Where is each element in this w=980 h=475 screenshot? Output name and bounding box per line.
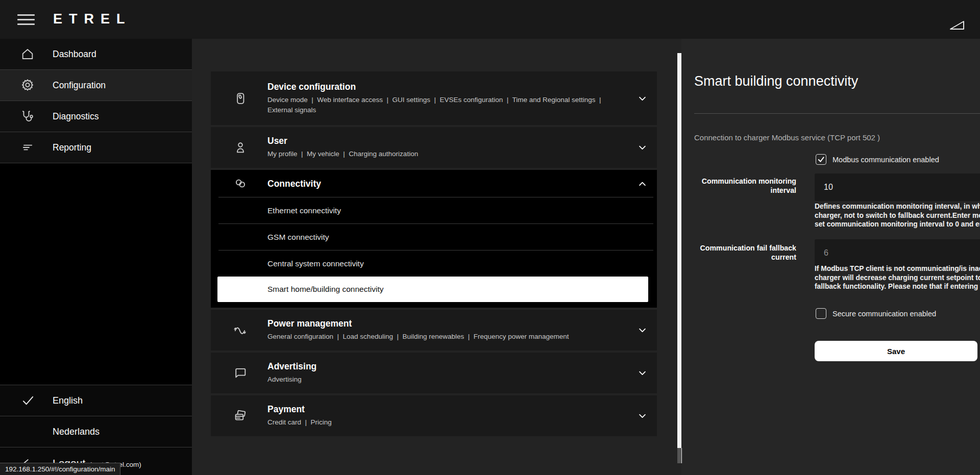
chevron-down-icon[interactable] — [638, 412, 647, 420]
secure-communication-checkbox[interactable]: Secure communication enabled — [816, 308, 936, 319]
language-label: Nederlands — [53, 427, 100, 437]
chevron-up-icon[interactable] — [638, 180, 647, 188]
accordion-section-advertising[interactable]: Advertising Advertising — [211, 353, 657, 393]
user-icon — [233, 140, 248, 155]
accordion-section-device-configuration[interactable]: Device configuration Device mode | Web i… — [211, 71, 657, 125]
signal-triangle-icon[interactable] — [948, 19, 966, 31]
configuration-accordion: Device configuration Device mode | Web i… — [211, 71, 657, 438]
section-title: Device configuration — [267, 82, 626, 92]
language-switcher: English Nederlands Logout (root@etrel.co… — [0, 385, 192, 475]
section-title: Connectivity — [267, 179, 626, 189]
device-icon — [233, 91, 248, 106]
chevron-down-icon[interactable] — [638, 369, 647, 377]
status-url: 192.168.1.250/#!/configuration/main — [5, 465, 115, 473]
connectivity-header[interactable]: Connectivity — [211, 170, 657, 197]
power-wave-icon — [233, 323, 248, 337]
section-title: Power management — [267, 318, 626, 329]
field-label-fallback-current: Communication fail fallback current — [694, 243, 796, 262]
section-subitems: Device mode | Web interface access | GUI… — [267, 95, 625, 115]
field-description: Defines communication monitoring interva… — [815, 202, 980, 229]
section-subitems: My profile | My vehicle | Charging autho… — [267, 149, 625, 159]
accordion-section-user[interactable]: User My profile | My vehicle | Charging … — [211, 127, 657, 168]
accordion-section-connectivity: Connectivity Ethernet connectivity GSM c… — [211, 170, 657, 308]
section-title: Payment — [267, 404, 626, 414]
app-screen: ETREL Dashboard Configuration — [0, 0, 980, 475]
report-lines-icon — [20, 140, 35, 155]
checkbox-label: Secure communication enabled — [832, 310, 936, 318]
field-description: If Modbus TCP client is not communicatin… — [815, 264, 980, 291]
sidebar-item-label: Diagnostics — [53, 111, 99, 122]
connectivity-item-central-system[interactable]: Central system connectivity — [211, 251, 657, 277]
field-label-monitoring-interval: Communication monitoring interval — [694, 177, 796, 195]
sidebar-item-label: Configuration — [53, 80, 106, 91]
chevron-down-icon[interactable] — [638, 326, 647, 334]
chevron-down-icon[interactable] — [638, 143, 647, 152]
language-item-english[interactable]: English — [0, 385, 192, 416]
panel-title: Smart building connectivity — [694, 73, 858, 89]
sidebar-item-diagnostics[interactable]: Diagnostics — [0, 101, 192, 132]
home-icon — [20, 47, 35, 61]
credit-card-icon — [233, 409, 248, 423]
details-panel: Smart building connectivity Connection t… — [681, 39, 980, 475]
accordion-section-power-management[interactable]: Power management General configuration |… — [211, 310, 657, 351]
divider — [694, 113, 980, 114]
accordion-section-payment[interactable]: Payment Credit card | Pricing — [211, 395, 657, 436]
sidebar-item-dashboard[interactable]: Dashboard — [0, 39, 192, 70]
save-button[interactable]: Save — [815, 341, 977, 361]
checkmark-icon — [21, 394, 35, 407]
main-content: Device configuration Device mode | Web i… — [192, 39, 677, 475]
panel-subtitle: Connection to charger Modbus service (TC… — [694, 133, 880, 142]
sidebar-item-configuration[interactable]: Configuration — [0, 70, 192, 101]
chevron-down-icon[interactable] — [638, 94, 647, 103]
stethoscope-icon — [20, 109, 35, 123]
scrollbar-track[interactable] — [677, 448, 682, 463]
checkbox-box[interactable] — [816, 154, 826, 165]
sidebar-item-reporting[interactable]: Reporting — [0, 132, 192, 163]
hamburger-menu-icon[interactable] — [17, 14, 35, 26]
section-title: User — [267, 136, 626, 146]
checkbox-box[interactable] — [816, 308, 826, 319]
connectivity-item-ethernet[interactable]: Ethernet connectivity — [211, 197, 657, 223]
scrollbar-thumb[interactable] — [677, 53, 681, 448]
sidebar: Dashboard Configuration Diagnostics — [0, 39, 192, 475]
language-label: English — [53, 395, 83, 406]
section-subitems: General configuration | Load scheduling … — [267, 332, 625, 342]
sidebar-item-label: Reporting — [53, 142, 91, 153]
connectivity-item-gsm[interactable]: GSM connectivity — [211, 224, 657, 250]
link-icon — [233, 177, 248, 191]
section-subitems: Advertising — [267, 374, 625, 385]
browser-status-tooltip: 192.168.1.250/#!/configuration/main — [0, 463, 120, 475]
speech-bubble-icon — [233, 366, 248, 380]
modbus-enabled-checkbox[interactable]: Modbus communication enabled — [816, 154, 939, 165]
gear-icon — [20, 78, 35, 92]
top-bar: ETREL — [0, 0, 980, 39]
language-item-nederlands[interactable]: Nederlands — [0, 416, 192, 447]
etrel-logo: ETREL — [53, 11, 132, 27]
checkbox-label: Modbus communication enabled — [832, 156, 939, 164]
sidebar-item-label: Dashboard — [53, 49, 96, 60]
section-title: Advertising — [267, 361, 626, 371]
section-subitems: Credit card | Pricing — [267, 417, 625, 428]
monitoring-interval-input[interactable] — [815, 173, 980, 201]
connectivity-item-smart-home-selected[interactable]: Smart home/building connectivity — [217, 277, 648, 302]
fallback-current-input[interactable] — [815, 239, 980, 267]
